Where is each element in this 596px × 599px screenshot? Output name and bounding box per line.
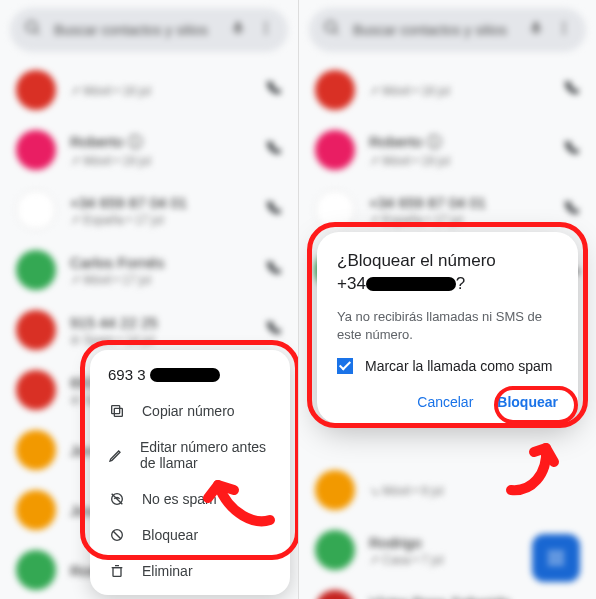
phone-icon[interactable] xyxy=(264,199,282,221)
copy-icon xyxy=(108,403,126,419)
ctx-delete[interactable]: Eliminar xyxy=(90,553,290,589)
svg-point-24 xyxy=(549,556,553,560)
svg-rect-17 xyxy=(534,22,538,30)
phone-icon[interactable] xyxy=(264,259,282,281)
svg-point-19 xyxy=(563,27,566,30)
more-icon[interactable] xyxy=(258,20,274,40)
svg-point-27 xyxy=(549,562,553,566)
svg-line-13 xyxy=(113,531,121,539)
context-menu: 693 3 Copiar número Editar número antes … xyxy=(90,350,290,595)
pencil-icon xyxy=(108,447,124,463)
svg-point-25 xyxy=(554,556,558,560)
phone-icon[interactable] xyxy=(562,199,580,221)
redacted-number xyxy=(366,277,456,291)
redacted-number xyxy=(150,368,220,382)
svg-rect-10 xyxy=(112,406,120,414)
block-button[interactable]: Bloquear xyxy=(497,394,558,410)
phone-icon[interactable] xyxy=(562,79,580,101)
ctx-block[interactable]: Bloquear xyxy=(90,517,290,553)
dialog-body: Ya no recibirás llamadas ni SMS de este … xyxy=(337,308,558,344)
svg-point-22 xyxy=(554,551,558,555)
list-item[interactable]: Roberto ⓘ↗ Móvil • 19 jul xyxy=(0,120,298,180)
search-icon xyxy=(24,19,42,41)
list-item[interactable]: ↗ Móvil • 18 jul xyxy=(299,60,596,120)
search-bar[interactable]: Buscar contactos y sitios xyxy=(10,8,288,52)
trash-icon xyxy=(108,563,126,579)
svg-rect-14 xyxy=(113,568,121,577)
keypad-fab[interactable] xyxy=(532,534,580,582)
phone-icon[interactable] xyxy=(562,139,580,161)
svg-point-15 xyxy=(325,21,336,32)
svg-point-5 xyxy=(265,31,268,34)
ctx-not-spam[interactable]: No es spam xyxy=(90,481,290,517)
phone-icon[interactable] xyxy=(264,79,282,101)
list-item[interactable]: +34 659 87 04 01↗ España • 17 jul xyxy=(299,180,596,240)
dialog-checkbox-row[interactable]: Marcar la llamada como spam xyxy=(337,358,558,374)
mic-icon[interactable] xyxy=(528,20,544,40)
list-item[interactable]: Carlos Fornés↗ Móvil • 17 jul xyxy=(0,240,298,300)
svg-line-16 xyxy=(334,30,338,34)
more-icon[interactable] xyxy=(556,20,572,40)
svg-line-1 xyxy=(35,30,39,34)
svg-point-26 xyxy=(560,556,564,560)
phone-screen-right: Buscar contactos y sitios ↗ Móvil • 18 j… xyxy=(298,0,596,599)
list-item[interactable]: Roberto ⓘ↗ Móvil • 19 jul xyxy=(299,120,596,180)
ctx-edit-number[interactable]: Editar número antes de llamar xyxy=(90,429,290,481)
search-placeholder: Buscar contactos y sitios xyxy=(54,22,218,38)
svg-point-3 xyxy=(265,22,268,25)
svg-point-21 xyxy=(549,551,553,555)
search-icon xyxy=(323,19,341,41)
svg-point-23 xyxy=(560,551,564,555)
search-placeholder: Buscar contactos y sitios xyxy=(353,22,516,38)
notspam-icon xyxy=(108,491,126,507)
svg-rect-9 xyxy=(114,408,122,416)
list-item[interactable]: +34 659 87 04 01↗ España • 17 jul xyxy=(0,180,298,240)
list-item[interactable]: Víctor Pons Saborido↘ Móvil • 7 jul xyxy=(299,580,596,599)
cancel-button[interactable]: Cancelar xyxy=(417,394,473,410)
svg-rect-2 xyxy=(236,22,240,30)
search-bar[interactable]: Buscar contactos y sitios xyxy=(309,8,586,52)
phone-icon[interactable] xyxy=(264,319,282,341)
list-item[interactable]: ↘ Móvil • 9 jul xyxy=(299,460,596,520)
svg-point-0 xyxy=(26,21,37,32)
mic-icon[interactable] xyxy=(230,20,246,40)
checkbox-icon[interactable] xyxy=(337,358,353,374)
svg-point-29 xyxy=(560,562,564,566)
phone-screen-left: Buscar contactos y sitios ↗ Móvil • 18 j… xyxy=(0,0,298,599)
svg-point-4 xyxy=(265,27,268,30)
checkbox-label: Marcar la llamada como spam xyxy=(365,358,553,374)
phone-icon[interactable] xyxy=(264,139,282,161)
block-dialog: ¿Bloquear el número +34? Ya no recibirás… xyxy=(317,232,578,424)
ctx-copy-number[interactable]: Copiar número xyxy=(90,393,290,429)
list-item[interactable]: ↗ Móvil • 18 jul xyxy=(0,60,298,120)
context-menu-title: 693 3 xyxy=(90,362,290,393)
svg-point-28 xyxy=(554,562,558,566)
svg-point-20 xyxy=(563,31,566,34)
dialog-title: ¿Bloquear el número +34? xyxy=(337,250,558,296)
svg-point-18 xyxy=(563,22,566,25)
block-icon xyxy=(108,527,126,543)
